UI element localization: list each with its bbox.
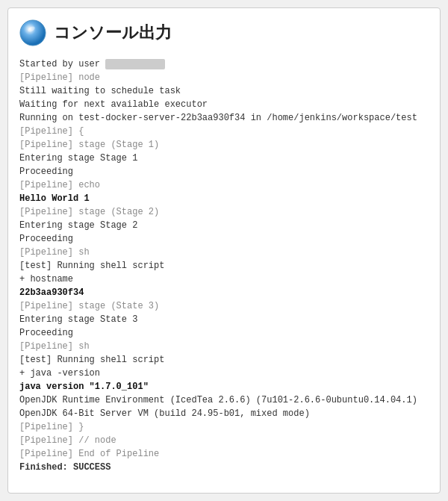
svg-point-0 (20, 20, 46, 46)
console-line: [Pipeline] echo (19, 178, 429, 192)
console-line: [test] Running shell script (19, 259, 429, 273)
page-container: コンソール出力 Started by user [Pipeline] nodeS… (7, 7, 441, 494)
page-header: コンソール出力 (19, 19, 429, 46)
redacted-username (105, 59, 165, 69)
console-line: Hello World 1 (19, 192, 429, 205)
console-line: Entering stage Stage 2 (19, 219, 429, 232)
console-line: [Pipeline] } (19, 420, 429, 434)
console-line: [Pipeline] sh (19, 340, 429, 353)
console-line: Still waiting to schedule task (19, 84, 429, 98)
console-line: [Pipeline] End of Pipeline (19, 447, 429, 461)
console-line: Waiting for next available executor (19, 98, 429, 111)
console-line: Running on test-docker-server-22b3aa930f… (19, 111, 429, 125)
console-line: + hostname (19, 273, 429, 286)
console-icon (19, 19, 46, 46)
page-title: コンソール出力 (54, 22, 172, 44)
console-line: Proceeding (19, 232, 429, 246)
console-line: [Pipeline] // node (19, 434, 429, 447)
console-line: Started by user (19, 57, 429, 71)
console-line: Entering stage Stage 1 (19, 152, 429, 165)
console-line: [Pipeline] stage (Stage 1) (19, 138, 429, 152)
console-line: java version "1.7.0_101" (19, 380, 429, 393)
console-line: [Pipeline] sh (19, 246, 429, 259)
console-line: 22b3aa930f34 (19, 286, 429, 299)
console-line: Proceeding (19, 165, 429, 178)
console-line: Entering stage State 3 (19, 313, 429, 326)
console-line: [Pipeline] node (19, 71, 429, 84)
console-line: Finished: SUCCESS (19, 461, 429, 474)
console-line: + java -version (19, 367, 429, 380)
console-line: [test] Running shell script (19, 353, 429, 367)
console-line: Proceeding (19, 326, 429, 340)
console-line: OpenJDK Runtime Environment (IcedTea 2.6… (19, 393, 429, 407)
console-output: Started by user [Pipeline] nodeStill wai… (19, 57, 429, 474)
console-line: [Pipeline] stage (State 3) (19, 299, 429, 313)
console-line: OpenJDK 64-Bit Server VM (build 24.95-b0… (19, 407, 429, 420)
console-line: [Pipeline] stage (Stage 2) (19, 205, 429, 219)
console-line: [Pipeline] { (19, 125, 429, 138)
